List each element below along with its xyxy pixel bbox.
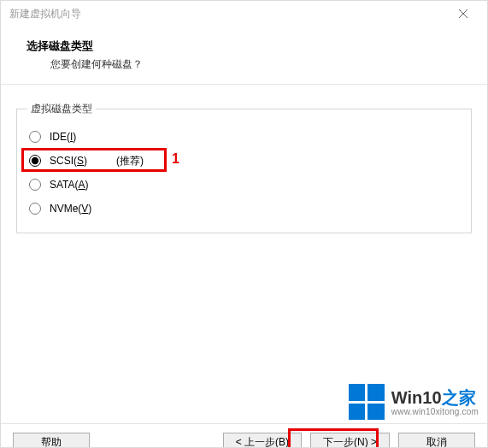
option-ide[interactable]: IDE(I) [27, 125, 461, 149]
footer-clip: 帮助 < 上一步(B) 下一步(N) > 取消 [1, 413, 487, 447]
content-area: 虚拟磁盘类型 IDE(I) SCSI(S) (推荐) SATA(A) NVMe(… [1, 85, 487, 233]
wizard-window: 新建虚拟机向导 选择磁盘类型 您要创建何种磁盘？ 虚拟磁盘类型 IDE(I) S… [0, 0, 488, 448]
disk-type-group: 虚拟磁盘类型 IDE(I) SCSI(S) (推荐) SATA(A) NVMe(… [16, 102, 472, 233]
close-icon [459, 9, 467, 18]
next-button[interactable]: 下一步(N) > [310, 433, 390, 448]
help-button[interactable]: 帮助 [13, 433, 90, 448]
option-scsi[interactable]: SCSI(S) (推荐) [27, 149, 461, 173]
page-title: 选择磁盘类型 [26, 38, 470, 54]
radio-nvme[interactable] [29, 203, 41, 215]
radio-scsi[interactable] [29, 155, 41, 167]
radio-ide[interactable] [29, 131, 41, 143]
watermark-brand: Win10之家 [391, 388, 479, 407]
radio-ide-label: IDE(I) [50, 131, 76, 143]
option-nvme[interactable]: NVMe(V) [27, 197, 461, 221]
window-title: 新建虚拟机向导 [9, 7, 81, 21]
radio-sata[interactable] [29, 179, 41, 191]
back-button[interactable]: < 上一步(B) [223, 433, 302, 448]
close-button[interactable] [446, 2, 480, 26]
radio-sata-label: SATA(A) [50, 179, 89, 191]
wizard-header: 选择磁盘类型 您要创建何种磁盘？ [1, 27, 487, 85]
titlebar: 新建虚拟机向导 [1, 1, 487, 27]
wizard-footer: 帮助 < 上一步(B) 下一步(N) > 取消 [1, 423, 487, 447]
radio-scsi-label: SCSI(S) [50, 155, 87, 167]
option-sata[interactable]: SATA(A) [27, 173, 461, 197]
annotation-number-1: 1 [172, 151, 179, 167]
radio-nvme-label: NVMe(V) [50, 203, 91, 215]
group-legend: 虚拟磁盘类型 [27, 102, 96, 116]
page-subtitle: 您要创建何种磁盘？ [26, 57, 470, 72]
cancel-button[interactable]: 取消 [398, 433, 475, 448]
recommended-tag: (推荐) [116, 154, 144, 168]
